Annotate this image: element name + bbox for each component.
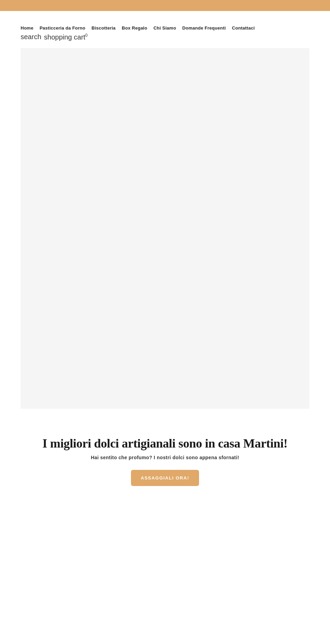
nav-link-contattaci[interactable]: Contattaci (232, 25, 255, 31)
nav-item-domande[interactable]: Domande Frequenti (182, 25, 226, 31)
cart-icon[interactable]: shopping cart0 (44, 33, 88, 41)
top-accent-bar (0, 0, 330, 11)
main-heading: I migliori dolci artigianali sono in cas… (21, 436, 309, 451)
search-icon[interactable]: search (21, 33, 41, 41)
nav-link-box-regalo[interactable]: Box Regalo (122, 25, 147, 31)
nav-link-domande[interactable]: Domande Frequenti (182, 25, 226, 31)
nav-link-biscotteria[interactable]: Biscotteria (91, 25, 116, 31)
nav-item-pasticceria[interactable]: Pasticceria da Forno (40, 25, 85, 31)
nav-link-chi-siamo[interactable]: Chi Siamo (153, 25, 176, 31)
nav-item-contattaci[interactable]: Contattaci (232, 25, 255, 31)
nav-item-home[interactable]: Home (21, 25, 33, 31)
cart-label: shopping cart (44, 33, 85, 41)
header: Home Pasticceria da Forno Biscotteria Bo… (0, 11, 330, 41)
hero-image (21, 48, 309, 409)
nav-row: Home Pasticceria da Forno Biscotteria Bo… (21, 25, 309, 41)
nav-link-home[interactable]: Home (21, 25, 33, 31)
nav-item-box-regalo[interactable]: Box Regalo (122, 25, 147, 31)
nav-icons: search shopping cart0 (21, 33, 88, 41)
cta-button[interactable]: ASSAGGIALI ORA! (131, 470, 199, 486)
subheading: Hai sentito che profumo? I nostri dolci … (21, 455, 309, 460)
content-section: I migliori dolci artigianali sono in cas… (0, 409, 330, 507)
below-cta-space (0, 507, 330, 644)
nav-item-chi-siamo[interactable]: Chi Siamo (153, 25, 176, 31)
nav-link-pasticceria[interactable]: Pasticceria da Forno (40, 25, 85, 31)
nav-item-biscotteria[interactable]: Biscotteria (91, 25, 116, 31)
nav-links: Home Pasticceria da Forno Biscotteria Bo… (21, 25, 255, 31)
cart-count: 0 (85, 33, 88, 38)
